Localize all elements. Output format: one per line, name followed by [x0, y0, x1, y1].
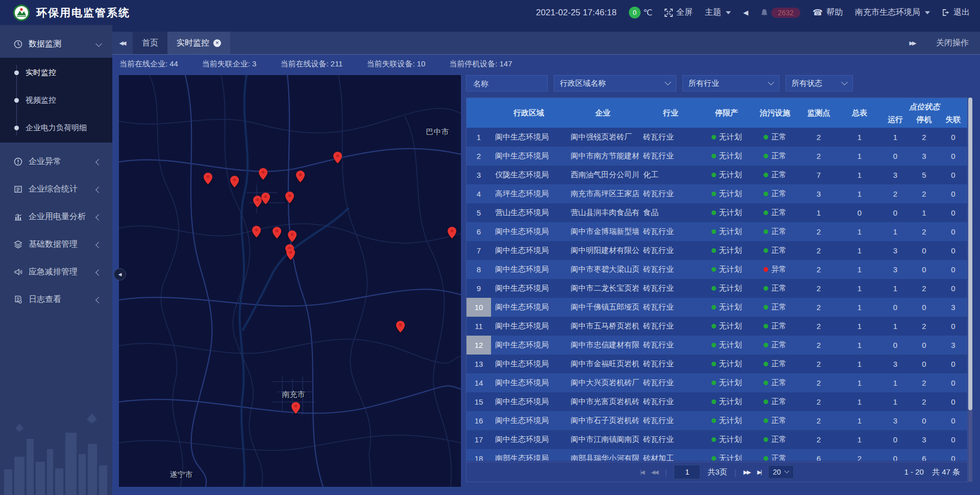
stopped-cell: 6	[910, 449, 939, 461]
sidebar-group[interactable]: 应急减排管理	[0, 258, 112, 286]
map-pin-icon[interactable]	[252, 226, 261, 238]
status-filter-select[interactable]: 所有状态	[786, 75, 853, 91]
map-pin-icon[interactable]	[448, 227, 456, 239]
page-size-select[interactable]: 20	[768, 465, 794, 479]
prev-page-icon[interactable]: ◀◀	[651, 469, 658, 476]
next-page-icon[interactable]: ▶▶	[744, 469, 750, 476]
meters-cell: 1	[838, 392, 881, 411]
running-cell: 3	[881, 166, 910, 184]
name-filter-input[interactable]	[472, 79, 542, 88]
production-status-cell: 无计划	[702, 166, 751, 184]
sidebar-group[interactable]: 日志查看	[0, 286, 112, 313]
table-row[interactable]: 8 阆中生态环境局 阆中市枣碧大梁山页岩 砖瓦行业 无计划 异常 2 1 3 0…	[467, 260, 967, 279]
table-row[interactable]: 16 阆中生态环境局 阆中市石子页岩机砖厂 砖瓦行业 无计划 正常 2 1 3 …	[467, 411, 967, 430]
running-cell: 3	[881, 355, 910, 373]
map-pin-icon[interactable]	[396, 321, 405, 333]
table-row[interactable]: 17 阆中生态环境局 阆中市江南镇阆南页岩 砖瓦行业 无计划 正常 2 1 0 …	[467, 430, 967, 449]
name-filter[interactable]	[466, 75, 548, 91]
map-pin-icon[interactable]	[273, 227, 281, 239]
table-row[interactable]: 11 阆中生态环境局 阆中市五马桥页岩机砖 砖瓦行业 无计划 正常 2 1 1 …	[467, 317, 967, 336]
sidebar-group[interactable]: 企业异常	[0, 148, 112, 175]
industry-cell: 砖瓦行业	[639, 260, 702, 279]
stopped-cell: 2	[910, 392, 939, 411]
industry-cell: 砖瓦行业	[639, 392, 702, 411]
production-status-cell: 无计划	[702, 392, 751, 411]
table-row[interactable]: 7 阆中生态环境局 阆中明阳建材有限公司 砖瓦行业 无计划 正常 2 1 3 0…	[467, 241, 967, 260]
map-collapse-handle[interactable]: ◀	[114, 268, 126, 280]
region-filter-select[interactable]: 行政区域名称	[554, 75, 676, 91]
table-row[interactable]: 10 阆中生态环境局 阆中千佛镇五郎垭页岩 砖瓦行业 无计划 正常 2 1 0 …	[467, 298, 967, 317]
status-dot-icon	[712, 267, 716, 272]
running-cell: 1	[881, 317, 910, 336]
table-row[interactable]: 15 阆中生态环境局 阆中市光富页岩机砖厂 砖瓦行业 无计划 正常 2 1 1 …	[467, 392, 967, 411]
close-tab-icon[interactable]: ✕	[213, 39, 221, 47]
table-row[interactable]: 14 阆中生态环境局 阆中大兴页岩机砖厂 砖瓦行业 无计划 正常 2 1 1 2…	[467, 373, 967, 392]
tab-realtime-monitor[interactable]: 实时监控 ✕	[167, 32, 230, 54]
top-bar: 环保用电监管系统 2021-02-25 17:46:18 0 ℃ 全屏 主题 ◀	[0, 0, 980, 25]
logout-button[interactable]: 退出	[942, 7, 970, 18]
sidebar: 数据监测 实时监控 视频监控 企业电力负荷明细 企业异常 企业综合统计 企业用电…	[0, 25, 112, 495]
sidebar-group[interactable]: 企业综合统计	[0, 175, 112, 203]
table-row[interactable]: 13 阆中生态环境局 阆中市金福旺页岩机砖 砖瓦行业 无计划 正常 2 1 3 …	[467, 355, 967, 373]
sidebar-group[interactable]: 数据监测	[0, 30, 112, 58]
table-row[interactable]: 18 南部生态环境局 南部县瑞华小河有限公 砖材加工 无计划 正常 6 2 0 …	[467, 449, 967, 461]
facility-status-cell: 正常	[751, 184, 799, 203]
fullscreen-button[interactable]: 全屏	[665, 7, 693, 18]
table-row[interactable]: 2 阆中生态环境局 阆中市南方节能建材有 砖瓦行业 无计划 正常 2 1 0 3…	[467, 147, 967, 166]
map-pin-icon[interactable]	[333, 152, 342, 163]
company-cell: 阆中市石子页岩机砖厂	[567, 411, 639, 430]
map-pin-icon[interactable]	[253, 196, 262, 207]
table-row[interactable]: 12 阆中生态环境局 阆中市忠信建材有限公 砖瓦行业 无计划 正常 2 1 0 …	[467, 336, 967, 355]
status-dot-icon	[712, 305, 716, 310]
theme-dropdown[interactable]: 主题	[705, 7, 731, 18]
org-dropdown[interactable]: 南充市生态环境局	[855, 7, 930, 18]
status-dot-icon	[712, 456, 716, 461]
map-pin-icon[interactable]	[285, 192, 294, 203]
sidebar-group[interactable]: 企业用电量分析	[0, 203, 112, 230]
caret-down-icon	[925, 11, 930, 14]
table-scrollbar[interactable]	[968, 98, 972, 482]
map-pin-icon[interactable]	[286, 248, 295, 260]
sidebar-item[interactable]: 实时监控	[0, 59, 112, 86]
notifications[interactable]: 2632	[761, 8, 800, 18]
map-pin-icon[interactable]	[259, 168, 267, 180]
map-panel[interactable]: 巴中市南充市遂宁市	[119, 75, 461, 487]
map-pin-icon[interactable]	[288, 230, 297, 242]
mute-icon[interactable]: ◀	[743, 9, 748, 16]
table-row[interactable]: 5 营山生态环境局 营山县润丰肉食品有限 食品 无计划 正常 1 0 0 1 0	[467, 203, 967, 222]
first-page-icon[interactable]: |◀	[640, 469, 644, 476]
tab-home[interactable]: 首页	[133, 32, 167, 54]
industry-filter-select[interactable]: 所有行业	[682, 75, 779, 91]
help-button[interactable]: ☎ 帮助	[813, 7, 843, 18]
map-pin-icon[interactable]	[261, 193, 270, 204]
scrollbar-thumb[interactable]	[968, 98, 972, 410]
close-operations-button[interactable]: 关闭操作	[936, 38, 969, 49]
table-row[interactable]: 1 阆中生态环境局 阆中强锐页岩砖厂 砖瓦行业 无计划 正常 2 1 1 2 0	[467, 128, 967, 147]
table-row[interactable]: 3 仪陇生态环境局 西南油气田分公司川中 化工 无计划 正常 7 1 3 5 0	[467, 166, 967, 184]
last-page-icon[interactable]: ▶|	[757, 469, 761, 476]
tab-scroll-left-icon[interactable]: ◀◀	[112, 32, 132, 54]
table-row[interactable]: 9 阆中生态环境局 阆中市二龙长宝页岩砖 砖瓦行业 无计划 正常 2 1 1 2…	[467, 279, 967, 298]
facility-status-cell: 正常	[751, 449, 799, 461]
app-root: 环保用电监管系统 2021-02-25 17:46:18 0 ℃ 全屏 主题 ◀	[0, 0, 980, 495]
running-cell: 1	[881, 392, 910, 411]
table-row[interactable]: 4 高坪生态环境局 南充市高坪区王家店建 砖瓦行业 无计划 正常 3 1 2 2…	[467, 184, 967, 203]
sidebar-item[interactable]: 视频监控	[0, 86, 112, 114]
table-row[interactable]: 6 阆中生态环境局 阆中市金博瑞新型墙材 砖瓦行业 无计划 正常 2 1 1 2…	[467, 222, 967, 241]
lost-cell: 0	[939, 317, 967, 336]
page-number-input[interactable]	[674, 465, 700, 479]
sidebar-group[interactable]: 基础数据管理	[0, 230, 112, 258]
production-status-cell: 无计划	[702, 336, 751, 355]
map-pin-icon[interactable]	[204, 173, 212, 184]
tab-scroll-right-icon[interactable]: ▶▶	[902, 40, 922, 46]
sidebar-item[interactable]: 企业电力负荷明细	[0, 114, 112, 142]
map-pin-icon[interactable]	[296, 171, 305, 182]
company-cell: 阆中市金福旺页岩机砖	[567, 355, 639, 373]
industry-cell: 砖瓦行业	[639, 128, 702, 147]
lost-cell: 0	[939, 203, 967, 222]
record-range-label: 1 - 20共 47 条	[904, 467, 960, 477]
region-cell: 阆中生态环境局	[491, 147, 567, 166]
facility-status-cell: 正常	[751, 355, 799, 373]
map-pin-icon[interactable]	[291, 402, 300, 414]
map-pin-icon[interactable]	[230, 176, 239, 187]
